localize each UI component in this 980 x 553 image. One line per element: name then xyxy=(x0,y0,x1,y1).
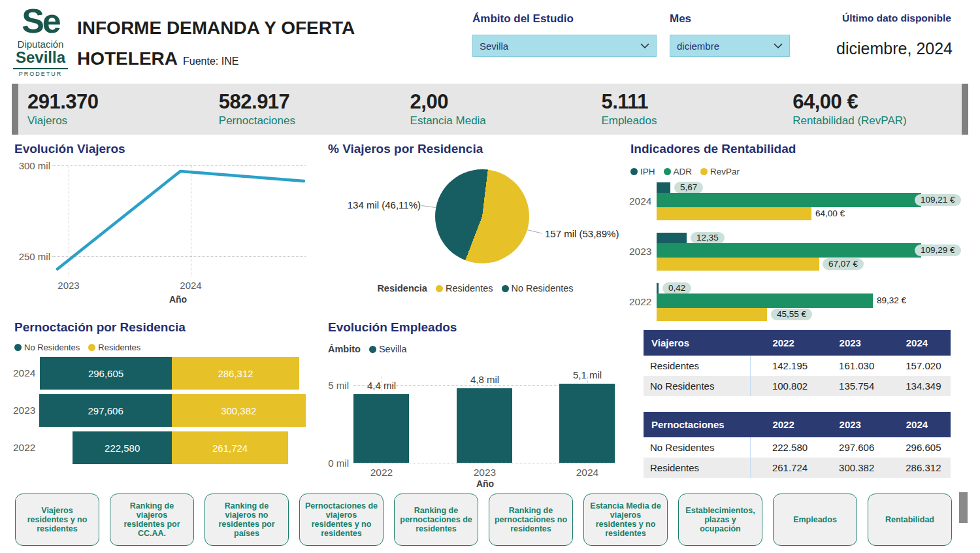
pernocta-row-2022: 2022222,580261,724 xyxy=(13,431,314,464)
empleados-bar-2022[interactable] xyxy=(353,394,409,463)
table-row: Residentes142.195161.030157.020 xyxy=(644,356,951,376)
pie-callout-line xyxy=(421,205,436,208)
no-residentes-segment-2024[interactable]: 296,605 xyxy=(40,357,172,390)
revpar-bar-2024[interactable] xyxy=(657,207,811,220)
chart-viajeros-por-residencia[interactable]: % Viajeros por Residencia 134 mil (46,11… xyxy=(327,141,624,307)
empleados-bar-2023[interactable] xyxy=(457,388,512,463)
revpar-bar-2023[interactable] xyxy=(657,258,819,271)
empleados-bars: 4,4 mil20224,8 mil20235,1 mil2024 xyxy=(327,319,627,489)
kpi-value: 291.370 xyxy=(27,91,203,113)
iph-bar-2023[interactable] xyxy=(657,233,687,243)
category-label: 2024 xyxy=(13,367,35,379)
page-title-line2: HOTELERAFuente: INE xyxy=(77,48,238,69)
bar-data-label: 4,4 mil xyxy=(349,380,414,391)
renta-group-2022: 20220,4289,32 €45,55 € xyxy=(629,283,969,321)
pernocta-bars: 2024296,605286,3122023297,606300,3822022… xyxy=(13,357,314,469)
kpi-label: Empleados xyxy=(601,114,777,127)
pernocta-legend: No ResidentesResidentes xyxy=(14,343,140,352)
adr-bar-2022[interactable] xyxy=(657,293,873,308)
source-note: Fuente: INE xyxy=(183,56,238,67)
legend-item-no-residentes: No Residentes xyxy=(502,283,574,293)
bar-data-label: 5,1 mil xyxy=(555,369,620,380)
nav-button-6[interactable]: Ranking de pernoctaciones no residentes xyxy=(489,494,573,546)
residentes-segment-2023[interactable]: 300,382 xyxy=(172,394,306,427)
legend-item-residentes: Residentes xyxy=(436,283,493,293)
nav-button-9[interactable]: Empleados xyxy=(773,494,857,546)
value-cell: 161.030 xyxy=(817,356,883,376)
ambito-dropdown[interactable]: Sevilla xyxy=(472,35,657,57)
row-label-cell: No Residentes xyxy=(644,376,750,396)
nav-button-2[interactable]: Ranking de viajeros residentes por CC.AA… xyxy=(110,494,194,546)
nav-button-1[interactable]: Viajeros residentes y no residentes xyxy=(15,494,99,546)
chevron-down-icon xyxy=(774,43,783,48)
dashboard-page: Se Diputación Sevilla PRODETUR INFORME D… xyxy=(0,0,980,553)
iph-bar-2022[interactable] xyxy=(657,283,659,293)
residentes-segment-2022[interactable]: 261,724 xyxy=(172,431,288,464)
legend-label: No Residentes xyxy=(24,343,80,352)
no-residentes-segment-2022[interactable]: 222,580 xyxy=(73,431,172,464)
kpi-value: 64,00 € xyxy=(792,91,968,113)
revpar-bar-2022[interactable] xyxy=(657,308,767,321)
renta-group-2023: 202312,35109,29 €67,07 € xyxy=(629,233,969,271)
kpi-value: 2,00 xyxy=(410,91,586,113)
logo-line2: Sevilla xyxy=(8,50,73,65)
nav-button-7[interactable]: Estancia Media de viajeros residentes y … xyxy=(583,494,668,546)
nav-button-5[interactable]: Ranking de pernoctaciones de residentes xyxy=(394,494,478,546)
chart-title: % Viajeros por Residencia xyxy=(328,142,483,156)
pie-chart[interactable] xyxy=(435,169,529,263)
scrollbar-thumb[interactable] xyxy=(959,492,968,523)
empleados-bar-2024[interactable] xyxy=(559,384,615,463)
chart-evolucion-empleados[interactable]: Evolución Empleados Ámbito Sevilla 5 mil… xyxy=(327,319,627,489)
legend-item-residentes: Residentes xyxy=(88,343,140,352)
pie-callout-line xyxy=(527,229,542,234)
mes-dropdown[interactable]: diciembre xyxy=(670,35,790,57)
row-label-cell: No Residentes xyxy=(644,437,750,458)
legend-label: Residentes xyxy=(98,343,140,352)
nav-button-3[interactable]: Ranking de viajeros no residentes por pa… xyxy=(204,494,289,546)
last-data-value: diciembre, 2024 xyxy=(836,39,953,58)
chart-title: Pernoctación por Residencia xyxy=(14,320,186,335)
legend-dot-icon xyxy=(502,285,509,292)
residentes-segment-2024[interactable]: 286,312 xyxy=(172,357,299,390)
kpi-viajeros: 291.370 Viajeros xyxy=(12,91,203,127)
kpi-label: Pernoctaciones xyxy=(219,114,395,127)
kpi-strip-left-bar xyxy=(12,84,18,135)
bar-data-label: 89,32 € xyxy=(877,295,906,307)
adr-bar-2024[interactable] xyxy=(657,193,921,207)
kpi-empleados: 5.111 Empleados xyxy=(585,91,777,127)
logo-mark: Se xyxy=(8,5,73,37)
legend-item-adr: ADR xyxy=(664,167,693,176)
viajeros-line[interactable] xyxy=(57,171,304,269)
chart-evolucion-viajeros[interactable]: Evolución Viajeros 300 mil 250 mil 2023 … xyxy=(13,141,314,307)
nav-button-4[interactable]: Pernoctaciones de viajeros residentes y … xyxy=(299,494,384,546)
x-axis-label: Año xyxy=(353,478,617,489)
value-cell: 100.802 xyxy=(750,376,817,396)
legend-item-no-residentes: No Residentes xyxy=(14,343,80,352)
kpi-label: Estancia Media xyxy=(410,114,586,127)
table-title-cell: Pernoctaciones xyxy=(644,412,750,437)
legend-item-revpar: RevPar xyxy=(700,167,740,176)
iph-bar-2024[interactable] xyxy=(657,182,670,193)
category-label: 2023 xyxy=(13,405,35,416)
year-header-cell: 2023 xyxy=(817,330,883,356)
legend-label: No Residentes xyxy=(512,283,574,293)
nav-button-10[interactable]: Rentabilidad xyxy=(868,494,952,546)
chart-pernoctacion-por-residencia[interactable]: Pernoctación por Residencia No Residente… xyxy=(13,319,314,479)
value-cell: 222.580 xyxy=(750,437,817,458)
legend-dot-icon xyxy=(436,285,443,292)
legend-label: ADR xyxy=(674,167,693,176)
value-cell: 300.382 xyxy=(817,458,883,478)
bottom-nav: Viajeros residentes y no residentesRanki… xyxy=(15,494,952,546)
chart-indicadores-rentabilidad[interactable]: Indicadores de Rentabilidad IPHADRRevPar… xyxy=(629,141,969,324)
year-header-cell: 2022 xyxy=(750,330,817,356)
filter-ambito-label: Ámbito del Estudio xyxy=(472,12,574,25)
no-residentes-segment-2023[interactable]: 297,606 xyxy=(39,394,172,427)
renta-group-2024: 20245,67109,21 €64,00 € xyxy=(629,182,969,220)
bar-data-label: 109,29 € xyxy=(915,244,961,256)
value-cell: 142.195 xyxy=(750,356,817,376)
adr-bar-2023[interactable] xyxy=(657,243,921,258)
x-tick: 2024 xyxy=(555,467,620,478)
nav-button-8[interactable]: Establecimientos, plazas y ocupación xyxy=(678,494,762,546)
ambito-dropdown-value: Sevilla xyxy=(480,41,508,52)
kpi-estancia-media: 2,00 Estancia Media xyxy=(395,91,586,127)
